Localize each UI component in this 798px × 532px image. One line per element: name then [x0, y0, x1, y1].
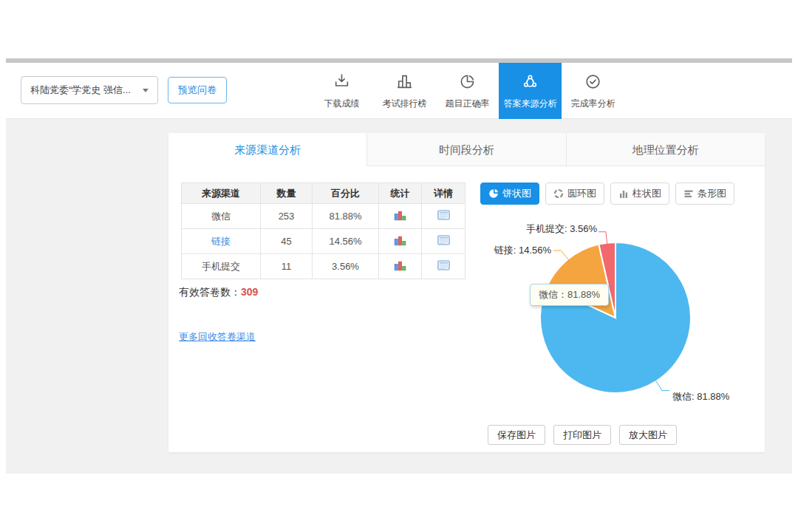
channel-name: 微信: [211, 211, 231, 222]
toolbar-item-label: 下载成绩: [324, 98, 360, 110]
pie-callout-wechat: 微信: 81.88%: [672, 390, 729, 403]
valid-responses-label: 有效答卷数：: [179, 286, 241, 298]
toolbar-item-label: 考试排行榜: [383, 98, 427, 110]
tab-time-period[interactable]: 时间段分析: [367, 133, 566, 166]
analysis-tabs: 来源渠道分析 时间段分析 地理位置分析: [168, 133, 765, 166]
col-header-channel: 来源渠道: [182, 183, 261, 204]
table-row: 手机提交113.56%: [182, 254, 466, 279]
pie-label-line: [553, 250, 569, 260]
toolbar-item-correct-rate[interactable]: 题目正确率: [436, 63, 499, 119]
col-header-count: 数量: [261, 183, 313, 204]
page: 科陆党委“学党史 强信... 预览问卷 下载成绩 考试排行榜 题目正确率: [0, 0, 798, 532]
bar-stats-icon[interactable]: [394, 210, 406, 221]
toolbar-item-exam-ranking[interactable]: 考试排行榜: [373, 63, 436, 119]
channel-count: 253: [261, 204, 313, 229]
download-icon: [332, 72, 351, 94]
save-image-button[interactable]: 保存图片: [488, 425, 545, 445]
analysis-panel: 来源渠道分析 时间段分析 地理位置分析 来源渠道 数量 百分比 统计 详情: [168, 133, 765, 452]
valid-responses-count: 309: [241, 286, 258, 298]
pie-callout-phone: 手机提交: 3.56%: [526, 222, 597, 236]
chart-type-label: 圆环图: [567, 187, 596, 200]
detail-table-icon[interactable]: [437, 260, 450, 270]
toolbar-item-label: 题目正确率: [446, 98, 490, 110]
table-row: 链接4514.56%: [182, 229, 466, 254]
print-image-button[interactable]: 打印图片: [553, 425, 611, 445]
header-bar: 科陆党委“学党史 强信... 预览问卷 下载成绩 考试排行榜 题目正确率: [6, 63, 792, 119]
toolbar-item-answer-source[interactable]: 答案来源分析: [499, 63, 562, 119]
channel-name[interactable]: 链接: [211, 236, 231, 247]
bar-stats-icon[interactable]: [394, 260, 406, 271]
toolbar-item-label: 答案来源分析: [504, 98, 557, 110]
pie-chart-icon: [458, 72, 477, 94]
channel-percent: 81.88%: [313, 204, 379, 229]
chevron-down-icon: [143, 89, 149, 92]
detail-table-icon[interactable]: [437, 235, 450, 245]
table-header-row: 来源渠道 数量 百分比 统计 详情: [182, 183, 466, 204]
check-circle-icon: [584, 72, 602, 94]
survey-selector-dropdown[interactable]: 科陆党委“学党史 强信...: [21, 76, 158, 104]
tab-geo-location[interactable]: 地理位置分析: [567, 133, 765, 166]
channel-name: 手机提交: [202, 261, 240, 272]
toolbar-item-completion-rate[interactable]: 完成率分析: [562, 63, 624, 119]
toolbar: 下载成绩 考试排行榜 题目正确率 答案来源分析 完成率分析: [310, 63, 624, 119]
col-header-detail: 详情: [422, 183, 466, 204]
survey-selector-value: 科陆党委“学党史 强信...: [30, 83, 137, 97]
table-row: 微信25381.88%: [182, 204, 466, 229]
pie-label-line: [655, 380, 669, 390]
source-channel-table: 来源渠道 数量 百分比 统计 详情 微信25381.88%链接4514.56%手…: [181, 183, 466, 279]
channel-count: 11: [261, 254, 313, 279]
share-network-icon: [521, 72, 539, 94]
column-bars-icon: [618, 188, 629, 199]
more-channels-link[interactable]: 更多回收答卷渠道: [179, 330, 256, 344]
toolbar-item-label: 完成率分析: [571, 98, 615, 110]
toolbar-item-download-scores[interactable]: 下载成绩: [310, 63, 373, 119]
valid-responses-summary: 有效答卷数：309: [179, 286, 258, 299]
ranking-podium-icon: [395, 72, 414, 94]
preview-survey-button[interactable]: 预览问卷: [168, 77, 227, 103]
image-action-buttons: 保存图片 打印图片 放大图片: [488, 425, 677, 445]
bar-stats-icon[interactable]: [394, 235, 406, 246]
chart-type-label: 饼状图: [502, 187, 531, 200]
horizontal-bars-icon: [683, 188, 694, 199]
analytics-screen: 科陆党委“学党史 强信... 预览问卷 下载成绩 考试排行榜 题目正确率: [6, 58, 792, 474]
enlarge-image-button[interactable]: 放大图片: [619, 425, 677, 445]
channel-count: 45: [261, 229, 313, 254]
detail-table-icon[interactable]: [437, 210, 450, 220]
chart-type-label: 条形图: [698, 187, 726, 200]
col-header-stats: 统计: [379, 183, 422, 204]
donut-ring-icon: [553, 188, 564, 199]
pie-callout-link: 链接: 14.56%: [494, 244, 551, 257]
col-header-percent: 百分比: [313, 183, 379, 204]
pie-solid-icon: [488, 188, 499, 199]
content-area: 来源渠道分析 时间段分析 地理位置分析 来源渠道 数量 百分比 统计 详情: [6, 119, 792, 474]
chart-tooltip: 微信：81.88%: [530, 284, 609, 306]
channel-percent: 14.56%: [313, 229, 379, 254]
source-table-body: 微信25381.88%链接4514.56%手机提交113.56%: [182, 204, 466, 279]
channel-percent: 3.56%: [313, 254, 379, 279]
chart-type-label: 柱状图: [632, 187, 661, 200]
tab-source-channel[interactable]: 来源渠道分析: [168, 133, 367, 166]
